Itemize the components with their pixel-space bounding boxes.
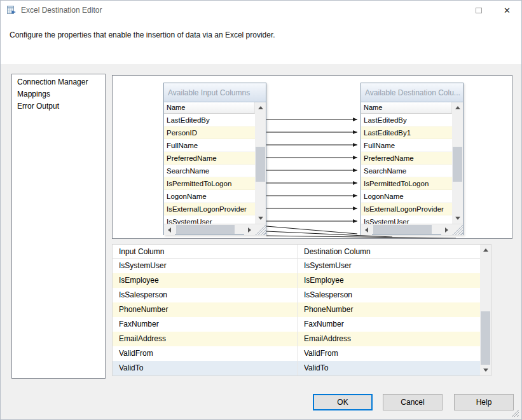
down-arrow-icon	[483, 369, 488, 372]
mapping-table-header: Input Column Destination Column	[113, 245, 480, 259]
available-column-item[interactable]: SearchName	[361, 165, 452, 177]
window-controls: ✕	[464, 1, 521, 20]
mapping-row[interactable]: PhoneNumberPhoneNumber	[113, 302, 480, 317]
destination-column-cell[interactable]: IsSystemUser	[298, 259, 480, 273]
scroll-right-button[interactable]	[441, 224, 452, 235]
input-column-cell[interactable]: IsEmployee	[113, 273, 298, 288]
scrollbar-thumb[interactable]	[176, 225, 235, 234]
maximize-button[interactable]	[464, 1, 493, 20]
destination-panel-vertical-scrollbar[interactable]	[452, 102, 463, 224]
input-panel-horizontal-scrollbar[interactable]	[164, 224, 266, 234]
available-column-item[interactable]: PreferredName	[361, 152, 452, 165]
available-column-item[interactable]: IsExternalLogonProvider	[361, 203, 452, 215]
destination-column-cell[interactable]: IsEmployee	[298, 273, 480, 288]
available-column-item[interactable]: FullName	[164, 139, 255, 152]
available-column-item[interactable]: PreferredName	[164, 152, 255, 165]
down-arrow-icon	[258, 217, 263, 220]
scroll-down-button[interactable]	[480, 365, 491, 376]
destination-column-cell[interactable]: ValidTo	[298, 361, 480, 376]
mapping-row[interactable]: ValidFromValidFrom	[113, 346, 480, 361]
scroll-left-button[interactable]	[164, 224, 175, 235]
description-banner: Configure the properties that enable the…	[1, 20, 521, 64]
scrollbar-thumb[interactable]	[453, 147, 462, 182]
available-input-columns-panel[interactable]: Available Input Columns Name LastEditedB…	[163, 83, 266, 235]
input-column-cell[interactable]: EmailAddress	[113, 332, 298, 346]
input-column-cell[interactable]: IsSalesperson	[113, 288, 298, 302]
available-column-item[interactable]: LastEditedBy	[361, 114, 452, 126]
mapping-table-body: IsSystemUserIsSystemUserIsEmployeeIsEmpl…	[113, 259, 480, 376]
destination-column-cell[interactable]: PhoneNumber	[298, 302, 480, 317]
down-arrow-icon	[455, 217, 460, 220]
available-destination-columns-panel[interactable]: Available Destination Colu... Name LastE…	[361, 83, 464, 235]
scrollbar-thumb[interactable]	[481, 311, 490, 365]
excel-destination-icon	[6, 5, 17, 15]
mapping-row[interactable]: IsEmployeeIsEmployee	[113, 273, 480, 288]
available-column-item[interactable]: IsPermittedToLogon	[361, 177, 452, 190]
destination-column-cell[interactable]: ValidFrom	[298, 346, 480, 361]
window-title: Excel Destination Editor	[21, 6, 102, 15]
available-column-item[interactable]: LastEditedBy1	[361, 126, 452, 139]
panel-resize-grip[interactable]	[255, 224, 266, 235]
close-button[interactable]: ✕	[493, 1, 521, 20]
table-vertical-scrollbar[interactable]	[480, 245, 491, 376]
title-bar[interactable]: Excel Destination Editor ✕	[1, 1, 521, 20]
mapping-row[interactable]: ValidToValidTo	[113, 361, 480, 376]
available-column-item[interactable]: SearchName	[164, 165, 255, 177]
mapping-row[interactable]: IsSalespersonIsSalesperson	[113, 288, 480, 302]
ok-button[interactable]: OK	[313, 394, 373, 410]
available-column-item[interactable]: IsSystemUser	[361, 215, 452, 224]
mapping-row[interactable]: EmailAddressEmailAddress	[113, 332, 480, 346]
scrollbar-thumb[interactable]	[256, 147, 265, 182]
maximize-icon	[476, 8, 482, 13]
help-button[interactable]: Help	[454, 394, 514, 410]
scrollbar-track[interactable]	[372, 224, 441, 234]
destination-column-cell[interactable]: FaxNumber	[298, 317, 480, 332]
input-column-cell[interactable]: IsSystemUser	[113, 259, 298, 273]
scroll-down-button[interactable]	[255, 213, 266, 224]
destination-name-column-header[interactable]: Name	[361, 102, 452, 114]
sidebar-item-connection-manager[interactable]: Connection Manager	[12, 76, 105, 88]
destination-column-header[interactable]: Destination Column	[298, 245, 371, 258]
dialog-description: Configure the properties that enable the…	[10, 30, 275, 39]
sidebar-item-mappings[interactable]: Mappings	[12, 88, 105, 100]
panel-resize-grip[interactable]	[452, 224, 463, 235]
available-column-item[interactable]: LogonName	[164, 190, 255, 203]
scrollbar-track[interactable]	[175, 224, 244, 234]
sidebar-item-error-output[interactable]: Error Output	[12, 100, 105, 112]
destination-panel-title: Available Destination Colu...	[361, 83, 463, 102]
available-column-item[interactable]: LogonName	[361, 190, 452, 203]
input-panel-vertical-scrollbar[interactable]	[255, 102, 266, 224]
scrollbar-thumb[interactable]	[373, 225, 432, 234]
input-column-cell[interactable]: ValidTo	[113, 361, 298, 376]
input-column-cell[interactable]: ValidFrom	[113, 346, 298, 361]
up-arrow-icon	[455, 106, 460, 109]
mapping-table: Input Column Destination Column IsSystem…	[112, 244, 491, 376]
scroll-down-button[interactable]	[452, 213, 463, 224]
mapping-row[interactable]: IsSystemUserIsSystemUser	[113, 259, 480, 273]
available-column-item[interactable]: PersonID	[164, 126, 255, 139]
right-arrow-icon	[248, 227, 251, 233]
input-column-cell[interactable]: PhoneNumber	[113, 302, 298, 317]
available-column-item[interactable]: IsSystemUser	[164, 215, 255, 224]
scroll-left-button[interactable]	[361, 224, 372, 235]
input-column-cell[interactable]: FaxNumber	[113, 317, 298, 332]
available-column-item[interactable]: FullName	[361, 139, 452, 152]
scroll-up-button[interactable]	[452, 102, 463, 113]
window-resize-grip[interactable]	[511, 409, 519, 417]
destination-panel-horizontal-scrollbar[interactable]	[361, 224, 463, 234]
scroll-right-button[interactable]	[244, 224, 255, 235]
available-column-item[interactable]: LastEditedBy	[164, 114, 255, 126]
mapping-row[interactable]: FaxNumberFaxNumber	[113, 317, 480, 332]
left-arrow-icon	[365, 227, 368, 233]
pages-list[interactable]: Connection ManagerMappingsError Output	[11, 74, 106, 379]
available-column-item[interactable]: IsPermittedToLogon	[164, 177, 255, 190]
scroll-up-button[interactable]	[255, 102, 266, 113]
destination-column-cell[interactable]: EmailAddress	[298, 332, 480, 346]
input-name-column-header[interactable]: Name	[164, 102, 255, 114]
destination-column-cell[interactable]: IsSalesperson	[298, 288, 480, 302]
available-column-item[interactable]: IsExternalLogonProvider	[164, 203, 255, 215]
up-arrow-icon	[258, 106, 263, 109]
scroll-up-button[interactable]	[480, 245, 491, 255]
input-column-header[interactable]: Input Column	[113, 245, 298, 258]
cancel-button[interactable]: Cancel	[383, 394, 443, 410]
